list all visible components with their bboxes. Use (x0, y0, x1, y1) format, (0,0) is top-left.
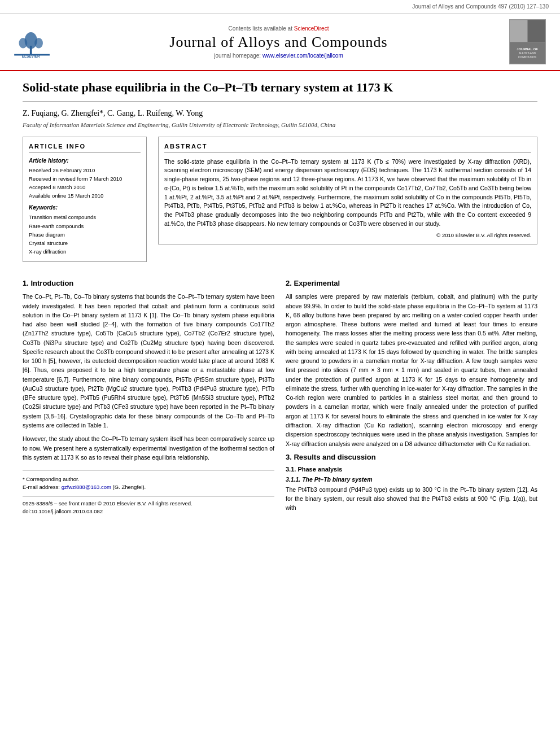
section2-heading: 2. Experimental (286, 279, 537, 287)
svg-text:ELSEVIER: ELSEVIER (22, 54, 40, 58)
science-direct-link[interactable]: ScienceDirect (294, 25, 329, 32)
keyword-5: X-ray diffraction (29, 247, 141, 256)
body-content: 1. Introduction The Co–Pt, Pt–Tb, Co–Tb … (23, 279, 537, 517)
keyword-1: Transition metal compounds (29, 213, 141, 221)
section3-heading: 3. Results and discussion (286, 453, 537, 461)
svg-text:JOURNAL OF: JOURNAL OF (517, 47, 538, 51)
copyright-text: © 2010 Elsevier B.V. All rights reserved… (164, 232, 531, 238)
journal-cover-thumbnail: JOURNAL OF ALLOYS AND COMPOUNDS (509, 19, 549, 64)
svg-rect-8 (528, 20, 545, 42)
article-title: Solid-state phase equilibria in the Co–P… (23, 80, 537, 102)
journal-title: Journal of Alloys and Compounds (54, 34, 504, 51)
section2-text1: All samples were prepared by raw materia… (286, 292, 537, 448)
article-info-box: ARTICLE INFO Article history: Received 2… (23, 137, 147, 263)
section1-text2: However, the study about the Co–Pt–Tb te… (23, 434, 274, 462)
footnotes-area: * Corresponding author. E-mail address: … (23, 470, 274, 516)
journal-citation: Journal of Alloys and Compounds 497 (201… (412, 3, 549, 10)
section3-subsubsection1-heading: 3.1.1. The Pt–Tb binary system (286, 476, 537, 483)
received-revised-date: Received in revised form 7 March 2010 (29, 174, 141, 183)
keywords-label: Keywords: (29, 204, 141, 211)
info-abstract-area: ARTICLE INFO Article history: Received 2… (23, 137, 537, 271)
svg-point-3 (34, 38, 43, 48)
received-date: Received 26 February 2010 (29, 166, 141, 174)
svg-text:ALLOYS AND: ALLOYS AND (519, 52, 536, 55)
journal-homepage-line: journal homepage: www.elsevier.com/locat… (54, 53, 504, 59)
abstract-heading: ABSTRACT (164, 143, 531, 153)
keyword-2: Rare-earth compounds (29, 222, 141, 230)
section1-text1: The Co–Pt, Pt–Tb, Co–Tb binary systems t… (23, 292, 274, 430)
science-direct-line: Contents lists available at ScienceDirec… (54, 25, 504, 32)
journal-cover-image: JOURNAL OF ALLOYS AND COMPOUNDS (509, 19, 546, 64)
doi-text: doi:10.1016/j.jallcom.2010.03.082 (23, 508, 274, 516)
svg-point-2 (19, 38, 28, 48)
journal-header: ELSEVIER Contents lists available at Sci… (0, 14, 560, 71)
svg-rect-7 (510, 20, 527, 42)
elsevier-logo-icon: ELSEVIER (11, 25, 54, 59)
main-content: Solid-state phase equilibria in the Co–P… (0, 71, 560, 526)
article-info-column: ARTICLE INFO Article history: Received 2… (23, 137, 147, 271)
cover-svg: JOURNAL OF ALLOYS AND COMPOUNDS (510, 19, 545, 64)
available-online-date: Available online 15 March 2010 (29, 191, 141, 200)
accepted-date: Accepted 8 March 2010 (29, 183, 141, 191)
history-label: Article history: (29, 158, 141, 164)
license-line: 0925-8388/$ – see front matter © 2010 El… (23, 496, 274, 516)
section3-subsection1-heading: 3.1. Phase analysis (286, 466, 537, 473)
license-text: 0925-8388/$ – see front matter © 2010 El… (23, 500, 274, 508)
journal-homepage-link[interactable]: www.elsevier.com/locate/jallcom (262, 53, 343, 59)
authors: Z. Fuqiang, G. Zhengfei*, C. Gang, L. Ru… (23, 109, 203, 117)
affiliation: Faculty of Information Materials Science… (23, 121, 537, 128)
left-body-column: 1. Introduction The Co–Pt, Pt–Tb, Co–Tb … (23, 279, 274, 517)
svg-text:COMPOUNDS: COMPOUNDS (518, 56, 536, 59)
abstract-column: ABSTRACT The solid-state phase equilibri… (158, 137, 537, 271)
email-name: (G. Zhengfei). (113, 484, 146, 490)
keyword-3: Phase diagram (29, 230, 141, 239)
authors-line: Z. Fuqiang, G. Zhengfei*, C. Gang, L. Ru… (23, 109, 537, 118)
journal-citation-bar: Journal of Alloys and Compounds 497 (201… (0, 0, 560, 14)
corresponding-author-note: * Corresponding author. (23, 475, 274, 483)
journal-title-area: Contents lists available at ScienceDirec… (54, 25, 504, 59)
email-link[interactable]: gzfwzi888@163.com (62, 484, 111, 490)
section3-subsubsection1-text1: The Pt4Tb3 compound (Pd4Pu3 type) exists… (286, 485, 537, 513)
article-info-heading: ARTICLE INFO (29, 143, 141, 153)
right-body-column: 2. Experimental All samples were prepare… (286, 279, 537, 517)
email-label: E-mail address: (23, 484, 60, 490)
abstract-box: ABSTRACT The solid-state phase equilibri… (158, 137, 537, 244)
abstract-text: The solid-state phase equilibria in the … (164, 158, 531, 229)
keyword-4: Crystal structure (29, 239, 141, 247)
section1-heading: 1. Introduction (23, 279, 274, 287)
elsevier-logo-area: ELSEVIER (11, 25, 54, 59)
email-line: E-mail address: gzfwzi888@163.com (G. Zh… (23, 483, 274, 491)
